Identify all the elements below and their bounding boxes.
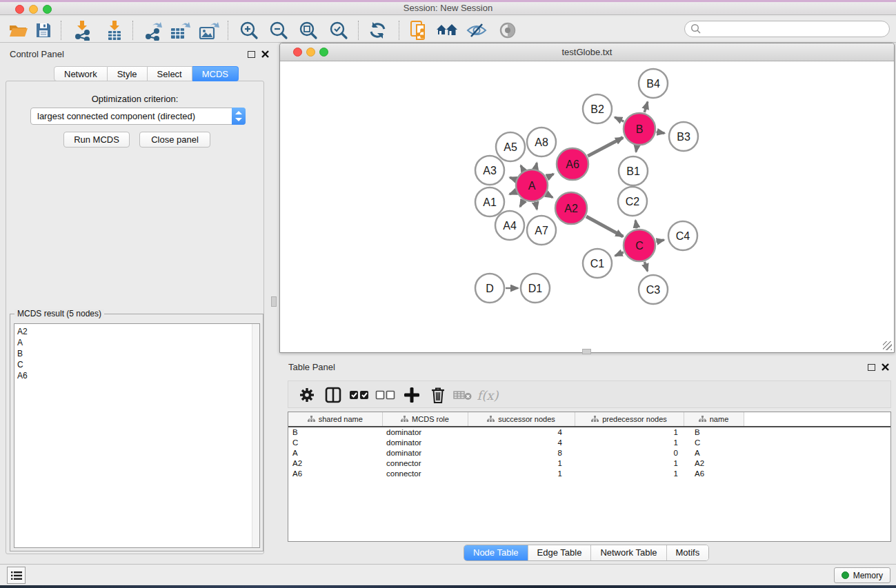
- maximize-view-button[interactable]: [319, 48, 328, 57]
- table-row[interactable]: Cdominator41C: [288, 437, 890, 447]
- table-cell[interactable]: 1: [468, 458, 575, 468]
- table-cell[interactable]: A2: [288, 458, 382, 468]
- graph-edge[interactable]: [510, 192, 516, 194]
- graph-edge[interactable]: [644, 262, 647, 271]
- table-cell[interactable]: dominator: [382, 447, 468, 458]
- mcds-result-item[interactable]: B: [17, 348, 259, 359]
- table-row[interactable]: A2connector11A2: [288, 458, 890, 468]
- mcds-result-item[interactable]: A2: [17, 326, 259, 337]
- table-row[interactable]: Bdominator41B: [288, 427, 890, 437]
- import-network-icon[interactable]: [70, 19, 95, 42]
- table-cell[interactable]: 1: [575, 458, 684, 468]
- graph-edge[interactable]: [615, 117, 624, 121]
- close-view-button[interactable]: [293, 48, 302, 57]
- table-cell[interactable]: 4: [468, 427, 575, 437]
- close-panel-icon[interactable]: [261, 50, 269, 58]
- graph-edge[interactable]: [520, 201, 524, 207]
- table-row[interactable]: Adominator80A: [288, 447, 890, 458]
- export-image-icon[interactable]: [197, 19, 221, 42]
- node-table[interactable]: shared nameMCDS rolesuccessor nodesprede…: [288, 412, 891, 542]
- table-cell[interactable]: A6: [684, 468, 744, 478]
- save-session-icon[interactable]: [31, 19, 56, 42]
- zoom-selected-icon[interactable]: [326, 19, 351, 42]
- column-header[interactable]: shared name: [288, 412, 382, 427]
- graph-edge[interactable]: [535, 163, 537, 168]
- tab-select[interactable]: Select: [148, 66, 192, 81]
- table-cell[interactable]: C: [684, 437, 744, 447]
- tab-node-table[interactable]: Node Table: [464, 545, 528, 560]
- table-cell[interactable]: A: [288, 447, 382, 458]
- horizontal-splitter-handle[interactable]: [582, 349, 591, 354]
- float-panel-icon[interactable]: [868, 364, 875, 371]
- tab-motifs[interactable]: Motifs: [666, 545, 709, 560]
- clone-network-icon[interactable]: [406, 19, 431, 42]
- table-cell[interactable]: dominator: [382, 427, 468, 437]
- network-canvas[interactable]: B4B2BB3A5A8A6A3AB1A1C2A2A4A7C4CC1DD1C3: [281, 61, 893, 352]
- table-cell[interactable]: B: [288, 427, 382, 437]
- export-network-icon[interactable]: [141, 19, 166, 42]
- table-cell[interactable]: 1: [468, 468, 575, 478]
- tab-network[interactable]: Network: [54, 66, 108, 81]
- graph-edge[interactable]: [586, 216, 623, 236]
- graph-edge[interactable]: [657, 132, 665, 133]
- tab-style[interactable]: Style: [108, 66, 148, 81]
- deselect-all-icon[interactable]: [374, 383, 397, 407]
- float-panel-icon[interactable]: [248, 51, 255, 58]
- search-input[interactable]: [701, 24, 874, 34]
- table-cell[interactable]: A: [684, 447, 744, 458]
- minimize-view-button[interactable]: [306, 48, 315, 57]
- search-field[interactable]: [684, 21, 890, 37]
- graph-edge[interactable]: [547, 194, 553, 198]
- zoom-in-icon[interactable]: [237, 19, 261, 42]
- graph-edge[interactable]: [635, 221, 637, 229]
- table-cell[interactable]: C: [288, 437, 382, 447]
- graph-edge[interactable]: [644, 102, 648, 112]
- close-window-button[interactable]: [15, 5, 24, 14]
- column-header[interactable]: predecessor nodes: [575, 412, 684, 427]
- hide-graphics-details-icon[interactable]: [464, 19, 489, 42]
- open-browser-home-icon[interactable]: [435, 19, 459, 42]
- graph-edge[interactable]: [615, 252, 624, 256]
- graph-edge[interactable]: [588, 138, 623, 156]
- table-cell[interactable]: connector: [382, 458, 468, 468]
- mcds-result-item[interactable]: A6: [17, 370, 259, 381]
- table-cell[interactable]: 1: [575, 437, 684, 447]
- graph-edge[interactable]: [521, 165, 524, 170]
- delete-column-icon[interactable]: [426, 383, 450, 407]
- task-history-button[interactable]: [7, 567, 26, 584]
- column-view-icon[interactable]: [321, 383, 345, 407]
- close-panel-icon[interactable]: [882, 363, 889, 371]
- graph-edge[interactable]: [510, 178, 515, 180]
- table-cell[interactable]: 1: [575, 468, 684, 478]
- table-cell[interactable]: A6: [288, 468, 382, 478]
- table-cell[interactable]: B: [684, 427, 744, 437]
- show-graphics-details-icon[interactable]: [495, 19, 520, 42]
- resize-grip[interactable]: [883, 341, 892, 350]
- graph-edge[interactable]: [535, 202, 537, 209]
- run-mcds-button[interactable]: Run MCDS: [63, 132, 130, 148]
- scrollbar-track[interactable]: [252, 324, 259, 547]
- zoom-window-button[interactable]: [43, 5, 52, 14]
- graph-edge[interactable]: [547, 174, 553, 177]
- tab-mcds[interactable]: MCDS: [192, 66, 239, 81]
- mcds-result-list[interactable]: A2ABCA6: [14, 323, 260, 548]
- gear-icon[interactable]: [295, 383, 319, 407]
- column-header[interactable]: name: [684, 412, 744, 427]
- tab-edge-table[interactable]: Edge Table: [528, 545, 591, 560]
- mcds-result-item[interactable]: A: [17, 337, 259, 348]
- minimize-window-button[interactable]: [29, 5, 38, 14]
- memory-button[interactable]: Memory: [834, 567, 890, 583]
- select-all-icon[interactable]: [348, 383, 371, 407]
- table-row[interactable]: A6connector11A6: [288, 468, 890, 478]
- table-cell[interactable]: dominator: [382, 437, 468, 447]
- table-cell[interactable]: 8: [468, 447, 575, 458]
- import-table-icon[interactable]: [102, 19, 127, 42]
- close-panel-button[interactable]: Close panel: [139, 132, 210, 148]
- mcds-result-item[interactable]: C: [17, 359, 259, 370]
- table-cell[interactable]: connector: [382, 468, 468, 478]
- criterion-dropdown[interactable]: largest connected component (directed): [30, 108, 246, 125]
- table-cell[interactable]: A2: [684, 458, 744, 468]
- export-table-icon[interactable]: [168, 19, 192, 42]
- zoom-fit-icon[interactable]: [296, 19, 321, 42]
- add-column-icon[interactable]: [400, 383, 424, 407]
